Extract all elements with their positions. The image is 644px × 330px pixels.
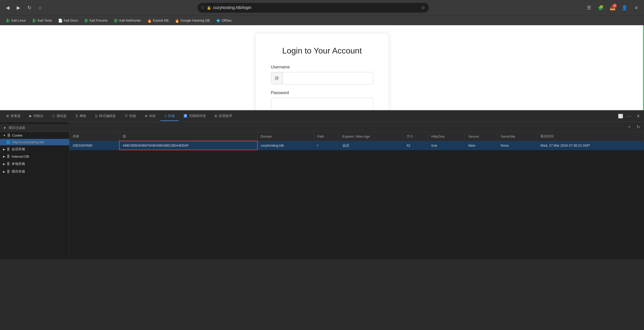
bookmark-kali-docs[interactable]: 📄 Kali Docs bbox=[56, 17, 80, 24]
col-secure: Secure bbox=[465, 132, 497, 141]
password-input-wrapper bbox=[271, 98, 373, 110]
indexed-db-section-header[interactable]: ▶ 🗄 Indexed DB bbox=[0, 153, 69, 160]
col-last-accessed: 最后访问 bbox=[537, 132, 644, 141]
lock-icon: 🔒 bbox=[207, 6, 211, 10]
bookmark-exploit-db[interactable]: 🔥 Exploit-DB bbox=[145, 17, 171, 24]
bookmark-offsec-label: OffSec bbox=[222, 19, 232, 22]
bookmark-kali-nethunter-label: Kali NetHunter bbox=[119, 19, 141, 22]
network-icon: ⇅ bbox=[75, 114, 78, 118]
bookmark-kali-tools-label: Kali Tools bbox=[38, 19, 52, 22]
bookmark-offsec[interactable]: 💠 OffSec bbox=[213, 17, 234, 24]
local-storage-label: 本地存储 bbox=[12, 162, 25, 166]
bookmark-kali-linux[interactable]: 🐉 Kali Linux bbox=[3, 17, 28, 24]
forward-button[interactable]: ▶ bbox=[14, 3, 23, 12]
tab-storage[interactable]: ≡ 存储 bbox=[160, 112, 179, 121]
at-sign-icon: @ bbox=[271, 72, 283, 84]
bookmark-kali-nethunter[interactable]: 🐉 Kali NetHunter bbox=[111, 17, 144, 24]
devtools-toolbar: ⊞ 查看器 ▶ 控制台 ◻ 调试器 ⇅ 网络 {} 样式编辑器 ⏱ 性能 bbox=[0, 111, 644, 122]
close-devtools-button[interactable]: ✕ bbox=[634, 112, 642, 120]
indexeddb-icon: 🗄 bbox=[7, 155, 10, 158]
login-title: Login to Your Account bbox=[271, 46, 373, 56]
menu-button[interactable]: ≡ bbox=[632, 3, 641, 12]
filter-icon: ▼ bbox=[3, 126, 6, 130]
bookmark-exploit-db-label: Exploit-DB bbox=[153, 19, 169, 22]
tab-inspector[interactable]: ⊞ 查看器 bbox=[2, 112, 25, 121]
back-button[interactable]: ◀ bbox=[3, 3, 12, 12]
notifications-button[interactable]: 📥 4 bbox=[608, 3, 617, 12]
performance-icon: ⏱ bbox=[124, 114, 128, 118]
devtools-actions: ⬜ ⋯ ✕ bbox=[617, 112, 642, 120]
globe-icon: 🌐 bbox=[6, 140, 10, 144]
col-expires: Expires / Max-Age bbox=[339, 132, 403, 141]
password-label: Password bbox=[271, 91, 373, 95]
filter-label: 项目过滤器 bbox=[8, 126, 25, 130]
address-bar-container[interactable]: 🛡 🔒 ☆ bbox=[197, 3, 429, 13]
cookie-section-label: Cookie bbox=[12, 133, 22, 137]
password-input[interactable] bbox=[271, 98, 373, 110]
more-options-button[interactable]: ⋯ bbox=[625, 112, 633, 120]
local-expand-triangle: ▶ bbox=[3, 163, 5, 165]
col-domain: Domain bbox=[257, 132, 314, 141]
pocket-button[interactable]: ☰ bbox=[584, 3, 594, 12]
cookie-expand-triangle: ▼ bbox=[3, 134, 6, 137]
page-content: Login to Your Account Username @ Passwor… bbox=[0, 25, 644, 110]
style-editor-icon: {} bbox=[95, 114, 97, 118]
tab-style-editor[interactable]: {} 样式编辑器 bbox=[91, 112, 120, 121]
session-storage-label: 会话存储 bbox=[12, 147, 25, 151]
cell-name: JSESSIONID bbox=[69, 141, 119, 150]
browser-window: ◀ ▶ ↻ ⌂ 🛡 🔒 ☆ ☰ 🧩 📥 4 👤 ≡ 🐉 Kali Linux bbox=[0, 0, 644, 330]
table-row[interactable]: JSESSIONID 448C0D8AE96976ABA080ABECB0A4D… bbox=[69, 141, 644, 150]
tab-debugger[interactable]: ◻ 调试器 bbox=[48, 112, 71, 121]
google-hacking-icon: 🔥 bbox=[175, 19, 179, 23]
address-bar[interactable] bbox=[213, 5, 419, 10]
tab-memory[interactable]: ⊕ 内存 bbox=[141, 112, 160, 121]
tab-console[interactable]: ▶ 控制台 bbox=[25, 112, 48, 121]
session-storage-section-header[interactable]: ▶ 🗄 会话存储 bbox=[0, 145, 69, 153]
local-storage-section-header[interactable]: ▶ 🗄 本地存储 bbox=[0, 160, 69, 168]
bookmark-kali-forums[interactable]: 🐉 Kali Forums bbox=[81, 17, 110, 24]
kali-tools-icon: 🐉 bbox=[32, 19, 36, 23]
cache-storage-section-header[interactable]: ▶ 🗄 缓存存储 bbox=[0, 168, 69, 175]
bookmark-kali-tools[interactable]: 🐉 Kali Tools bbox=[29, 17, 54, 24]
bookmarks-bar: 🐉 Kali Linux 🐉 Kali Tools 📄 Kali Docs 🐉 … bbox=[0, 15, 644, 25]
indexeddb-expand-triangle: ▶ bbox=[3, 155, 5, 158]
bookmark-google-hacking[interactable]: 🔥 Google Hacking DB bbox=[172, 17, 212, 24]
extensions-button[interactable]: 🧩 bbox=[596, 3, 605, 12]
profile-button[interactable]: 👤 bbox=[620, 3, 629, 12]
cookie-section-header[interactable]: ▼ 🗄 Cookie bbox=[0, 132, 69, 139]
devtools-right-panel: + ↻ 名称 值 Domain Path Expires / Max-Age 大… bbox=[69, 122, 644, 259]
cell-last-accessed: Wed, 27 Mar 2024 07:38:22 GMT bbox=[537, 141, 644, 150]
cache-storage-icon: 🗄 bbox=[7, 170, 10, 174]
database-icon: 🗄 bbox=[7, 133, 11, 137]
cookie-item-cozyhosting[interactable]: 🌐 http://cozyhosting.htb bbox=[0, 139, 69, 145]
add-cookie-button[interactable]: + bbox=[625, 123, 633, 131]
devtools-left-panel: ▼ 项目过滤器 ▼ 🗄 Cookie 🌐 http://cozyhosting.… bbox=[0, 122, 69, 259]
devtools-body: ▼ 项目过滤器 ▼ 🗄 Cookie 🌐 http://cozyhosting.… bbox=[0, 122, 644, 259]
username-input[interactable] bbox=[283, 72, 373, 84]
cell-path: / bbox=[314, 141, 339, 150]
cell-httponly: true bbox=[428, 141, 465, 150]
cache-storage-label: 缓存存储 bbox=[12, 169, 25, 174]
notification-badge: 4 bbox=[613, 4, 617, 8]
login-card: Login to Your Account Username @ Passwor… bbox=[255, 33, 389, 110]
bookmark-kali-forums-label: Kali Forums bbox=[90, 19, 107, 22]
accessibility-icon: ♿ bbox=[183, 114, 187, 118]
cache-expand-triangle: ▶ bbox=[3, 170, 5, 173]
tab-performance[interactable]: ⏱ 性能 bbox=[120, 112, 140, 121]
bookmark-kali-docs-label: Kali Docs bbox=[64, 19, 78, 22]
session-db-icon: 🗄 bbox=[7, 147, 10, 151]
home-button[interactable]: ⌂ bbox=[35, 3, 45, 12]
cell-value: 448C0D8AE96976ABA080ABECB0A4D0AF bbox=[119, 141, 257, 150]
tab-application[interactable]: ⊞ 应用程序 bbox=[210, 112, 236, 121]
bookmark-kali-linux-label: Kali Linux bbox=[11, 19, 26, 22]
refresh-cookies-button[interactable]: ↻ bbox=[634, 123, 642, 131]
bookmark-star-button[interactable]: ☆ bbox=[421, 5, 425, 11]
bookmark-google-hacking-label: Google Hacking DB bbox=[180, 19, 210, 22]
dock-button[interactable]: ⬜ bbox=[617, 112, 624, 120]
username-label: Username bbox=[271, 65, 373, 69]
col-path: Path bbox=[314, 132, 339, 141]
cell-expires: 会话 bbox=[339, 141, 403, 150]
tab-accessibility[interactable]: ♿ 无障碍环境 bbox=[179, 112, 210, 121]
tab-network[interactable]: ⇅ 网络 bbox=[71, 112, 90, 121]
reload-button[interactable]: ↻ bbox=[25, 3, 34, 12]
